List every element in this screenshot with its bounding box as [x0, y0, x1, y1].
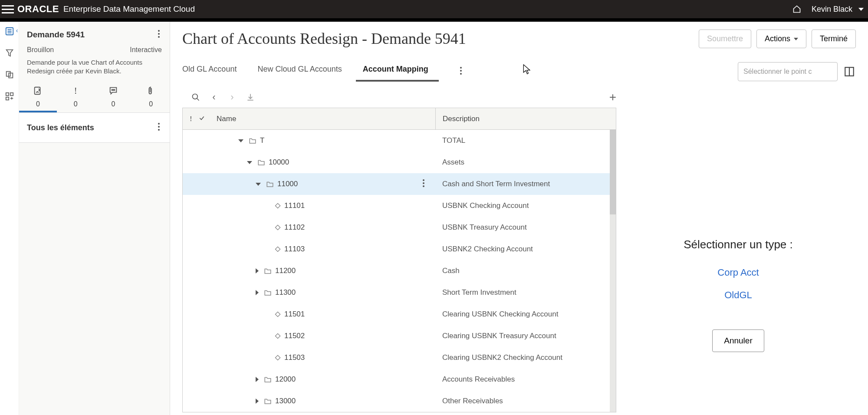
svg-point-26 — [193, 94, 198, 99]
folder-icon — [264, 267, 272, 274]
tab-kebab-icon[interactable] — [458, 65, 464, 79]
row-description: Clearing USBNK2 Checking Account — [435, 347, 616, 369]
sidebar-title: Demande 5941 — [27, 30, 156, 40]
user-menu-caret-icon[interactable] — [858, 8, 864, 11]
expander-icon — [264, 247, 270, 252]
tab-new-cloud-gl-accounts[interactable]: New Cloud GL Accounts — [257, 61, 342, 82]
type-option-corp-acct[interactable]: Corp Acct — [717, 267, 759, 278]
svg-point-23 — [460, 73, 462, 75]
row-name: 11101 — [284, 201, 305, 210]
expander-icon[interactable] — [256, 183, 261, 186]
table-row[interactable]: TTOTAL — [183, 130, 616, 152]
counter-attachments[interactable]: 0 — [132, 86, 170, 112]
table-row[interactable]: 13000Other Receivables — [183, 390, 616, 412]
row-name: 13000 — [275, 397, 296, 405]
table-row[interactable]: 11501Clearing USBNK Checking Account — [183, 303, 616, 325]
row-kebab-icon[interactable] — [422, 179, 425, 190]
counter-changes[interactable]: 0 — [19, 86, 57, 112]
header-description: Description — [435, 108, 616, 129]
layout-toggle-icon[interactable] — [843, 65, 856, 78]
leaf-icon — [275, 203, 281, 209]
table-row[interactable]: 11101USBNK Checking Account — [183, 195, 616, 217]
counter-comments[interactable]: 0 — [95, 86, 132, 112]
home-icon[interactable] — [792, 5, 801, 13]
counter-errors-value: 0 — [74, 100, 78, 108]
expander-icon — [264, 333, 270, 339]
expander-icon[interactable] — [247, 161, 252, 164]
changes-icon — [33, 86, 43, 96]
row-description: Cash — [435, 260, 616, 282]
next-icon[interactable]: › — [227, 92, 237, 102]
svg-point-19 — [158, 126, 160, 128]
folder-icon — [264, 289, 272, 296]
actions-button[interactable]: Actions — [756, 30, 806, 48]
counter-errors[interactable]: ! 0 — [57, 86, 95, 112]
row-name: 10000 — [269, 158, 289, 167]
scrollbar[interactable] — [610, 130, 616, 412]
row-description: USBNK Treasury Account — [435, 217, 616, 238]
tab-old-gl-account[interactable]: Old GL Account — [182, 61, 237, 82]
svg-point-16 — [113, 89, 114, 90]
rail-compare-icon[interactable] — [4, 69, 15, 80]
counter-changes-value: 0 — [36, 100, 40, 108]
svg-point-15 — [112, 89, 112, 90]
row-name: 11000 — [277, 180, 298, 188]
table-row[interactable]: 11200Cash — [183, 260, 616, 282]
table-row[interactable]: 12000Accounts Receivables — [183, 369, 616, 390]
tab-account-mapping[interactable]: Account Mapping — [363, 61, 428, 82]
divider — [0, 18, 868, 22]
type-option-oldgl[interactable]: OldGL — [724, 290, 752, 301]
table-row[interactable]: 10000Assets — [183, 152, 616, 173]
sidebar-status: Brouillon — [27, 46, 54, 54]
rail-list-icon[interactable]: ‹ — [4, 26, 15, 36]
row-name: 11200 — [275, 267, 296, 275]
prev-icon[interactable]: ‹ — [209, 92, 219, 102]
svg-rect-7 — [10, 93, 13, 96]
sidebar-mode: Interactive — [130, 46, 162, 54]
row-description: Clearing USBNK Treasury Account — [435, 325, 616, 347]
sidebar-menu-kebab-icon[interactable] — [156, 28, 162, 42]
table-row[interactable]: 11102USBNK Treasury Account — [183, 217, 616, 238]
expander-icon[interactable] — [256, 377, 259, 382]
done-button[interactable]: Terminé — [812, 30, 856, 48]
comment-icon — [108, 86, 118, 96]
expander-icon[interactable] — [238, 139, 243, 142]
rail-grid-icon[interactable] — [4, 91, 15, 102]
oracle-brand: ORACLE — [17, 3, 59, 15]
folder-icon — [257, 159, 265, 166]
submit-button[interactable]: Soumettre — [699, 30, 751, 48]
svg-point-30 — [423, 185, 424, 187]
user-name[interactable]: Kevin Black — [812, 5, 852, 14]
svg-point-11 — [158, 30, 160, 32]
sidebar: Demande 5941 Brouillon Interactive Deman… — [19, 22, 170, 415]
add-icon[interactable]: + — [609, 90, 616, 104]
row-name: 11300 — [275, 288, 296, 297]
table-row[interactable]: 11300Short Term Investment — [183, 282, 616, 303]
page-title: Chart of Accounts Redesign - Demande 594… — [182, 30, 694, 48]
scrollbar-thumb[interactable] — [610, 130, 616, 214]
hamburger-menu[interactable] — [2, 3, 14, 15]
table-row[interactable]: 11503Clearing USBNK2 Checking Account — [183, 347, 616, 369]
table-row[interactable]: 11000Cash and Short Term Investment — [183, 173, 616, 195]
header-error-icon: ! — [190, 115, 192, 123]
table-row[interactable]: 11103USBNK2 Checking Account — [183, 238, 616, 260]
row-name: 12000 — [275, 375, 296, 384]
rail-filter-icon[interactable] — [4, 48, 15, 58]
svg-point-21 — [460, 67, 462, 69]
leaf-icon — [275, 311, 281, 317]
cancel-button[interactable]: Annuler — [712, 329, 764, 352]
folder-icon — [249, 137, 256, 144]
sidebar-section-kebab-icon[interactable] — [156, 121, 162, 135]
expander-icon[interactable] — [256, 399, 259, 404]
expander-icon[interactable] — [256, 290, 259, 295]
viewpoint-select[interactable]: Sélectionner le point c — [738, 62, 838, 81]
row-description: Other Receivables — [435, 390, 616, 412]
download-icon[interactable] — [246, 92, 255, 102]
search-icon[interactable] — [191, 92, 201, 102]
row-description: Accounts Receivables — [435, 369, 616, 390]
svg-point-29 — [423, 182, 424, 184]
expander-icon[interactable] — [256, 268, 259, 273]
row-description: TOTAL — [435, 130, 616, 152]
table-row[interactable]: 11502Clearing USBNK Treasury Account — [183, 325, 616, 347]
error-icon: ! — [74, 86, 77, 96]
